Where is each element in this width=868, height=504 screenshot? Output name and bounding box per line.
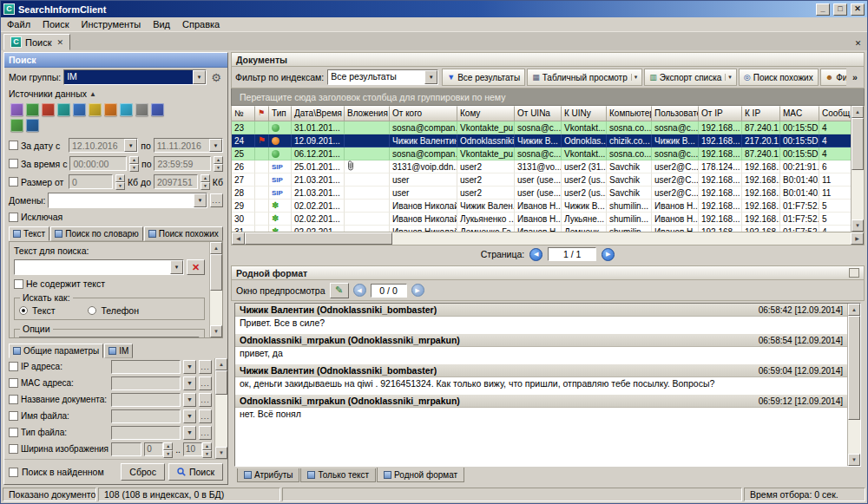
- parameter-input[interactable]: [111, 426, 181, 440]
- tab-Поиск по словарю[interactable]: Поиск по словарю: [50, 226, 143, 241]
- scroll-thumb[interactable]: [852, 118, 864, 170]
- column-header-from[interactable]: От кого: [390, 106, 457, 121]
- column-header-mac[interactable]: MAC: [780, 106, 819, 121]
- scroll-down-icon[interactable]: ▼: [852, 219, 864, 232]
- preview-panel-button[interactable]: [849, 268, 859, 278]
- source-icon-2[interactable]: [26, 103, 39, 116]
- menu-item-Вид[interactable]: Вид: [147, 18, 176, 30]
- time-to-spinner[interactable]: ▲▼: [214, 156, 223, 171]
- browse-button[interactable]: ...: [199, 376, 212, 390]
- not-contains-checkbox[interactable]: [14, 279, 23, 289]
- radio-text[interactable]: [19, 306, 28, 315]
- message-item[interactable]: Odnoklassniki_mrpakun (Odnoklassniki_mrp…: [235, 334, 847, 364]
- toolbar-button-search[interactable]: ◎Поиск похожих: [739, 69, 819, 86]
- spinner-arrows-icon[interactable]: ▲▼: [163, 442, 173, 457]
- parameter-checkbox[interactable]: [9, 444, 18, 454]
- clear-text-button[interactable]: ✕: [187, 259, 205, 275]
- scroll-thumb[interactable]: [848, 316, 860, 420]
- column-header-fip[interactable]: От IP: [699, 106, 742, 121]
- table-row[interactable]: 2506.12.201...sosna@compan...Vkontakte_p…: [232, 147, 851, 160]
- chevron-down-icon[interactable]: ▼: [183, 376, 196, 390]
- parameter-checkbox[interactable]: [9, 411, 18, 421]
- column-header-msg[interactable]: Сообщ: [819, 106, 851, 121]
- parameter-input[interactable]: [111, 393, 181, 407]
- prev-page-button[interactable]: ◀: [529, 248, 542, 261]
- source-icon-10[interactable]: [151, 103, 164, 116]
- message-item[interactable]: Odnoklassniki_mrpakun (Odnoklassniki_mrp…: [235, 395, 847, 425]
- chevron-down-icon[interactable]: ▼: [170, 260, 183, 274]
- parameter-checkbox[interactable]: [9, 378, 18, 388]
- next-page-button[interactable]: ▶: [602, 248, 615, 261]
- minimize-button[interactable]: _: [816, 3, 830, 16]
- vertical-scrollbar[interactable]: ▲ ▼: [214, 358, 227, 459]
- parameter-checkbox[interactable]: [9, 362, 18, 371]
- scroll-up-icon[interactable]: ▲: [852, 106, 864, 118]
- source-icon-4[interactable]: [57, 103, 70, 116]
- table-row[interactable]: 31✽02.02.201...Иванов НиколайДемченко Га…: [232, 226, 851, 232]
- chevron-down-icon[interactable]: ▼: [424, 70, 437, 84]
- source-icon-1[interactable]: [10, 103, 23, 116]
- date-checkbox[interactable]: [9, 141, 18, 150]
- toolbar-button-export[interactable]: ▥Экспорт списка▾: [644, 69, 737, 86]
- time-to-input[interactable]: 23:59:59: [154, 156, 211, 171]
- message-item[interactable]: Чижик Валентин (Odnoklassniki_bombaster)…: [235, 364, 847, 395]
- date-from-input[interactable]: 12.10.2016 ▼: [69, 138, 138, 153]
- chevron-down-icon[interactable]: ▼: [209, 139, 222, 152]
- chevron-down-icon[interactable]: ▼: [124, 139, 137, 152]
- group-by-bar[interactable]: Перетащите сюда заголовок столбца для гр…: [231, 88, 865, 106]
- scroll-thumb[interactable]: [215, 370, 227, 395]
- size-to-input[interactable]: 2097151: [154, 174, 198, 189]
- close-button[interactable]: ✕: [851, 3, 865, 16]
- search-in-found-checkbox[interactable]: [9, 468, 18, 477]
- scroll-up-icon[interactable]: ▲: [215, 358, 227, 370]
- width-from-spinner[interactable]: 0▲▼: [144, 442, 173, 456]
- toolbar-overflow-icon[interactable]: »: [850, 72, 860, 82]
- tab-Текст[interactable]: Текст: [9, 226, 49, 241]
- scroll-up-icon[interactable]: ▲: [210, 242, 222, 254]
- column-header-num[interactable]: №: [232, 106, 255, 121]
- time-from-input[interactable]: 00:00:00: [69, 156, 127, 171]
- source-icon-9[interactable]: [135, 103, 148, 116]
- column-header-fuin[interactable]: От UINa: [515, 106, 562, 121]
- menu-item-Файл[interactable]: Файл: [1, 18, 36, 30]
- size-checkbox[interactable]: [9, 177, 18, 187]
- column-header-to[interactable]: Кому: [457, 106, 515, 121]
- table-row[interactable]: 27SIP21.03.201...useruser2user (use...us…: [232, 173, 851, 187]
- tab-IM[interactable]: IM: [104, 344, 133, 358]
- table-row[interactable]: 2331.01.201...sosna@compan...Vkontakte_p…: [232, 121, 851, 134]
- domains-select[interactable]: ▼: [48, 193, 207, 208]
- gear-icon[interactable]: ⚙: [209, 71, 223, 84]
- maximize-button[interactable]: □: [833, 3, 847, 16]
- parameter-input[interactable]: [111, 442, 141, 456]
- preview-tab-Только текст[interactable]: Только текст: [300, 468, 376, 482]
- time-checkbox[interactable]: [9, 159, 18, 168]
- source-icon-3[interactable]: [42, 103, 55, 116]
- tab-Поиск похожих[interactable]: Поиск похожих: [144, 226, 223, 241]
- horizontal-scrollbar[interactable]: ◀ ▶: [231, 232, 865, 245]
- message-item[interactable]: Чижик Валентин (Odnoklassniki_bombaster)…: [235, 304, 847, 334]
- edit-icon[interactable]: ✎: [330, 283, 349, 298]
- prev-message-button[interactable]: ◀: [353, 284, 366, 297]
- table-row[interactable]: 28SIP21.03.201...useruser2user (use...us…: [232, 187, 851, 200]
- table-row[interactable]: 29✽02.02.201...Иванов НиколайЧижик Вален…: [232, 200, 851, 213]
- toolbar-button-funnel[interactable]: ▼Все результаты: [442, 69, 525, 86]
- time-from-spinner[interactable]: ▲▼: [129, 156, 139, 171]
- scroll-thumb[interactable]: [245, 232, 392, 245]
- spinner-arrows-icon[interactable]: ▲▼: [202, 442, 212, 457]
- toolbar-button-user[interactable]: ☻Фильтр по пользователю: [820, 69, 846, 86]
- source-icon-5[interactable]: [73, 103, 86, 116]
- source-icon-8[interactable]: [120, 103, 133, 116]
- column-header-attach[interactable]: Вложения: [345, 106, 390, 121]
- scroll-down-icon[interactable]: ▼: [848, 454, 860, 466]
- search-text-input[interactable]: ▼: [14, 259, 184, 275]
- table-row[interactable]: 26SIP25.01.201...3131@voip.ddn...user231…: [232, 160, 851, 173]
- toolbar-button-grid[interactable]: ▦Табличный просмотр▾: [527, 69, 642, 86]
- tab-close-icon[interactable]: ✕: [55, 38, 63, 47]
- column-header-comp[interactable]: Компьютер: [607, 106, 652, 121]
- parameter-checkbox[interactable]: [9, 395, 18, 404]
- preview-tab-Родной формат[interactable]: Родной формат: [377, 468, 464, 482]
- source-icon-12[interactable]: [26, 119, 39, 132]
- preview-tab-Атрибуты[interactable]: Атрибуты: [237, 468, 299, 482]
- size-from-input[interactable]: 0: [69, 174, 113, 189]
- menu-item-Справка[interactable]: Справка: [176, 18, 226, 30]
